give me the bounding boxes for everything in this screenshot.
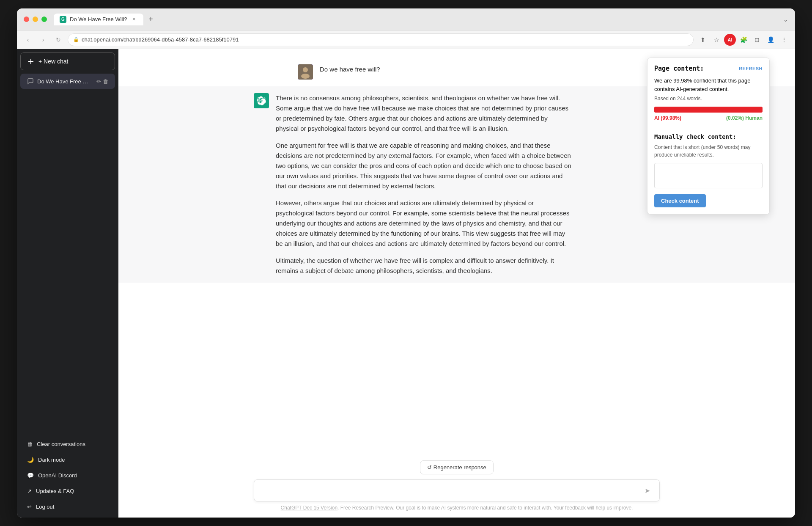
regenerate-button[interactable]: ↺ Regenerate response <box>420 460 494 474</box>
popup-wordcount-text: Based on 244 words. <box>654 96 763 102</box>
forward-button[interactable]: › <box>37 34 49 46</box>
footer-note: ChatGPT Dec 15 Version. Free Research Pr… <box>254 505 660 511</box>
history-item-label: Do We Have Free Will... <box>37 78 93 85</box>
addressbar-actions: ⬆ ☆ AI 🧩 ⊡ 👤 ⋮ <box>697 34 790 46</box>
human-label: (0.02%) Human <box>726 115 763 121</box>
edit-icon[interactable]: ✏ <box>96 78 101 85</box>
assistant-paragraph-2: One argument for free will is that we ar… <box>276 140 572 191</box>
discord-button[interactable]: 💬 OpenAI Discord <box>20 468 115 483</box>
menu-icon[interactable]: ⋮ <box>778 34 790 46</box>
svg-point-3 <box>303 67 308 72</box>
bookmark-icon[interactable]: ☆ <box>710 34 722 46</box>
new-chat-button[interactable]: + New chat <box>20 52 115 70</box>
faq-button[interactable]: ↗ Updates & FAQ <box>20 484 115 498</box>
chat-footer: ↺ Regenerate response ➤ ChatGPT Dec 15 V… <box>118 454 795 518</box>
tab-title: Do We Have Free Will? <box>70 16 127 22</box>
plus-icon <box>27 58 34 65</box>
divider <box>654 128 763 128</box>
manual-check-title: Manually check content: <box>654 133 763 140</box>
logout-button[interactable]: ↩ Log out <box>20 499 115 514</box>
delete-icon[interactable]: 🗑 <box>103 78 108 85</box>
discord-icon: 💬 <box>27 472 34 479</box>
sidebar: + New chat Do We Have Free Will... ✏ 🗑 🗑… <box>17 49 118 518</box>
assistant-paragraph-3: However, others argue that our choices a… <box>276 198 572 249</box>
assistant-message-content: There is no consensus among philosophers… <box>276 93 572 276</box>
ai-bar <box>654 107 763 113</box>
tab-favicon: G <box>60 16 66 23</box>
footer-note-text: . Free Research Preview. Our goal is to … <box>337 505 633 511</box>
svg-point-4 <box>301 74 310 79</box>
user-avatar <box>298 64 313 80</box>
tab-close-icon[interactable]: ✕ <box>131 16 137 23</box>
chat-area: Do we have free will? There is no consen… <box>118 49 795 518</box>
assistant-paragraph-1: There is no consensus among philosophers… <box>276 93 572 134</box>
ai-label: AI (99.98%) <box>654 115 681 121</box>
split-view-icon[interactable]: ⊡ <box>751 34 763 46</box>
new-tab-button[interactable]: + <box>145 14 157 25</box>
close-button[interactable] <box>24 17 29 22</box>
dark-mode-button[interactable]: 🌙 Dark mode <box>20 452 115 467</box>
sidebar-bottom: 🗑 Clear conversations 🌙 Dark mode 💬 Open… <box>20 437 115 514</box>
discord-label: OpenAI Discord <box>38 472 77 479</box>
share-icon[interactable]: ⬆ <box>697 34 709 46</box>
popup-title: Page content: <box>654 65 704 72</box>
extensions-icon[interactable]: 🧩 <box>738 34 749 46</box>
back-button[interactable]: ‹ <box>22 34 34 46</box>
new-chat-label: + New chat <box>38 58 68 65</box>
openai-logo <box>257 96 266 105</box>
gpt-avatar <box>254 93 269 108</box>
browser-tab[interactable]: G Do We Have Free Will? ✕ <box>54 14 143 25</box>
logout-icon: ↩ <box>27 504 32 510</box>
clear-conversations-label: Clear conversations <box>37 441 85 447</box>
maximize-button[interactable] <box>41 17 47 22</box>
clear-conversations-button[interactable]: 🗑 Clear conversations <box>20 437 115 452</box>
moon-icon: 🌙 <box>27 457 34 463</box>
manual-check-desc: Content that is short (under 50 words) m… <box>654 143 763 159</box>
external-link-icon: ↗ <box>27 488 32 494</box>
profile-icon[interactable]: 👤 <box>765 34 776 46</box>
check-content-button[interactable]: Check content <box>654 194 706 207</box>
assistant-paragraph-4: Ultimately, the question of whether we h… <box>276 256 572 276</box>
chat-input[interactable] <box>260 485 641 496</box>
lock-icon: 🔒 <box>73 37 79 42</box>
refresh-button[interactable]: REFRESH <box>739 66 763 71</box>
sidebar-history-item[interactable]: Do We Have Free Will... ✏ 🗑 <box>20 74 115 89</box>
confidence-labels: AI (99.98%) (0.02%) Human <box>654 115 763 121</box>
dark-mode-label: Dark mode <box>38 457 65 463</box>
content-check-popup: Page content: REFRESH We are 99.98% conf… <box>647 58 770 215</box>
chatgpt-version-link[interactable]: ChatGPT Dec 15 Version <box>281 505 338 511</box>
chat-icon <box>27 78 34 85</box>
reload-button[interactable]: ↻ <box>52 34 64 46</box>
user-avatar-svg <box>298 64 313 80</box>
send-button[interactable]: ➤ <box>641 484 653 497</box>
titlebar: G Do We Have Free Will? ✕ + ⌄ <box>17 8 795 30</box>
trash-icon: 🗑 <box>27 441 33 447</box>
tab-dropdown-icon[interactable]: ⌄ <box>783 16 788 23</box>
user-message-text: Do we have free will? <box>320 64 616 74</box>
manual-check-input[interactable] <box>654 163 763 188</box>
popup-confidence-text: We are 99.98% confident that this page c… <box>654 77 763 93</box>
history-item-actions: ✏ 🗑 <box>96 78 108 85</box>
url-bar[interactable]: 🔒 chat.openai.com/chat/bd269064-db5a-458… <box>68 33 694 46</box>
faq-label: Updates & FAQ <box>36 488 74 494</box>
content-area: + New chat Do We Have Free Will... ✏ 🗑 🗑… <box>17 49 795 518</box>
minimize-button[interactable] <box>33 17 38 22</box>
traffic-lights <box>24 17 47 22</box>
logout-label: Log out <box>36 504 54 510</box>
url-text: chat.openai.com/chat/bd269064-db5a-4587-… <box>82 36 239 43</box>
addressbar: ‹ › ↻ 🔒 chat.openai.com/chat/bd269064-db… <box>17 30 795 49</box>
input-area: ➤ <box>254 479 660 501</box>
ai-detector-icon[interactable]: AI <box>724 34 736 46</box>
popup-header: Page content: REFRESH <box>654 65 763 72</box>
confidence-bar <box>654 107 763 113</box>
